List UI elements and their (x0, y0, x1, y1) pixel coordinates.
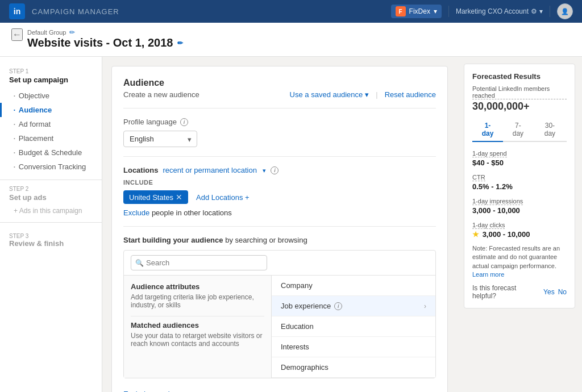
section-divider1 (123, 156, 436, 157)
dropdown-arrow-icon: ▾ (365, 90, 369, 99)
sidebar-item-ad-format[interactable]: • Ad format (0, 117, 102, 131)
tab-7-day[interactable]: 7-day (503, 118, 533, 142)
reached-label: Potential LinkedIn members reached (472, 85, 567, 99)
linkedin-logo: in (9, 3, 25, 19)
forecast-title: Forecasted Results (472, 72, 567, 81)
search-bar-wrapper: 🔍 (131, 255, 267, 270)
sidebar-divider1 (0, 180, 102, 180)
search-and-builder: 🔍 Audience attributes Add targeting crit… (123, 250, 436, 378)
include-label: INCLUDE (123, 179, 436, 186)
builder-title: Start building your audience by searchin… (123, 236, 436, 244)
step3-section: Step 3 Review & finish (0, 228, 102, 248)
bullet-icon5: • (14, 164, 15, 169)
ctr-label: CTR (472, 174, 485, 181)
bullet-icon: • (14, 93, 15, 98)
user-avatar[interactable]: 👤 (557, 3, 573, 19)
create-audience-label: Create a new audience (123, 90, 199, 99)
profile-language-info-icon[interactable]: i (180, 118, 188, 126)
use-saved-audience-button[interactable]: Use a saved audience ▾ (290, 90, 369, 99)
impressions-label: 1-day impressions (472, 198, 523, 205)
audience-section-title: Audience (123, 78, 436, 88)
sidebar-item-placement[interactable]: • Placement (0, 131, 102, 145)
breadcrumb-edit-icon[interactable]: ✏ (69, 28, 75, 36)
audience-action-links: Use a saved audience ▾ | Reset audience (290, 90, 436, 99)
location-type-wrapper[interactable]: recent or permanent location (163, 166, 266, 174)
menu-item-job-experience[interactable]: Job experience i › (272, 296, 435, 316)
step3-title: Review & finish (9, 239, 93, 248)
audience-attributes-desc: Add targeting criteria like job experien… (131, 293, 264, 309)
bullet-icon-active: • (14, 107, 15, 112)
exclude-people-button[interactable]: Exclude people + (123, 390, 180, 392)
job-experience-info-icon[interactable]: i (334, 302, 342, 310)
account-badge[interactable]: F FixDex ▾ (391, 5, 442, 18)
locations-label: Locations (123, 166, 158, 174)
content-area: Audience Create a new audience Use a sav… (102, 57, 457, 392)
menu-item-company[interactable]: Company (272, 276, 435, 296)
sidebar-item-conversion[interactable]: • Conversion Tracking (0, 160, 102, 174)
tab-1-day[interactable]: 1-day (472, 118, 503, 142)
helpful-row: Is this forecast helpful? Yes No (472, 284, 567, 300)
location-tag-us: United States ✕ (123, 190, 188, 204)
ctr-row: CTR 0.5% - 1.2% (472, 173, 567, 191)
ctr-value: 0.5% - 1.2% (472, 182, 567, 191)
page-header: ← Default Group ✏ Website visits - Oct 1… (0, 23, 582, 57)
sidebar-item-ads[interactable]: + Ads in this campaign (9, 205, 93, 216)
helpful-yes-button[interactable]: Yes (543, 288, 555, 296)
tab-30-day[interactable]: 30-day (533, 118, 567, 142)
nav-divider (448, 6, 449, 17)
location-type-select[interactable]: recent or permanent location (163, 166, 266, 174)
forecast-note: Note: Forecasted results are an estimate… (472, 244, 567, 280)
matched-audiences-title: Matched audiences (131, 321, 264, 330)
account-chevron-icon: ▾ (539, 7, 543, 15)
bullet-icon4: • (14, 150, 15, 155)
language-select-wrapper[interactable]: English (123, 131, 197, 147)
back-button[interactable]: ← (11, 28, 23, 41)
account-badge-label: FixDex (409, 7, 430, 15)
breadcrumb: Default Group ✏ (27, 28, 183, 36)
step2-section: Step 2 Set up ads + Ads in this campaign (0, 186, 102, 216)
builder-left-panel: Audience attributes Add targeting criter… (124, 276, 272, 378)
audience-search-input[interactable] (131, 255, 267, 270)
right-nav-area: F FixDex ▾ Marketing CXO Account ⚙ ▾ 👤 (391, 3, 573, 19)
clicks-row: 1-day clicks ★ 3,000 - 10,000 (472, 220, 567, 239)
exclude-plus-icon: + (176, 390, 180, 392)
sidebar-item-budget[interactable]: • Budget & Schedule (0, 145, 102, 160)
add-locations-button[interactable]: Add Locations + (196, 193, 250, 202)
locations-info-icon[interactable]: i (271, 166, 278, 174)
forecast-card: Forecasted Results Potential LinkedIn me… (464, 64, 575, 308)
forecast-tab-row: 1-day 7-day 30-day (472, 118, 567, 142)
clicks-star-icon: ★ (472, 230, 479, 239)
exclude-location-row: Exclude people in other locations (123, 208, 436, 217)
account-name[interactable]: Marketing CXO Account ⚙ ▾ (456, 7, 543, 15)
step1-label: Step 1 (0, 66, 102, 76)
spend-row: 1-day spend $40 - $50 (472, 149, 567, 167)
spend-value: $40 - $50 (472, 159, 567, 167)
sidebar-divider2 (0, 222, 102, 223)
bullet-icon2: • (14, 122, 15, 127)
audience-card: Audience Create a new audience Use a sav… (111, 66, 448, 392)
nav-divider2 (550, 6, 550, 17)
reset-audience-button[interactable]: Reset audience (385, 90, 436, 99)
ads-bullet: + (14, 207, 18, 215)
sidebar-item-audience[interactable]: • Audience (0, 103, 102, 117)
exclude-people-row: Exclude people + (123, 385, 436, 392)
menu-item-demographics[interactable]: Demographics (272, 357, 435, 378)
step1-title: Set up campaign (0, 76, 102, 89)
brand-icon: F (396, 6, 406, 16)
remove-location-icon[interactable]: ✕ (176, 193, 182, 202)
audience-builder-section: Start building your audience by searchin… (123, 236, 436, 378)
sidebar-item-objective[interactable]: • Objective (0, 89, 102, 103)
settings-icon: ⚙ (531, 7, 537, 15)
menu-item-education[interactable]: Education (272, 316, 435, 337)
language-select[interactable]: English (123, 131, 197, 147)
impressions-row: 1-day impressions 3,000 - 10,000 (472, 197, 567, 215)
page-title: Website visits - Oct 1, 2018 ✏ (27, 36, 183, 49)
exclude-location-button[interactable]: Exclude (123, 208, 149, 217)
forecast-learn-more[interactable]: Learn more (472, 271, 504, 278)
menu-item-interests[interactable]: Interests (272, 337, 435, 357)
builder-title-end: by searching or browsing (225, 236, 307, 244)
action-separator: | (376, 90, 377, 99)
helpful-no-button[interactable]: No (558, 288, 567, 296)
app-title: CAMPAIGN MANAGER (32, 7, 119, 16)
title-edit-icon[interactable]: ✏ (177, 39, 183, 47)
